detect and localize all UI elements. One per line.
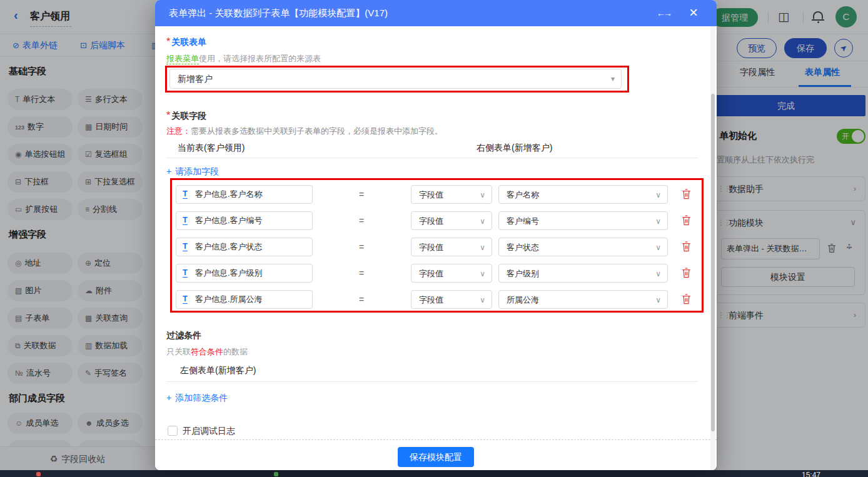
link-form-label: *关联表单 (166, 36, 206, 48)
os-taskbar: 15:47 (0, 470, 868, 477)
dialog-footer: 保存模块配置 (155, 439, 717, 470)
dialog-header[interactable]: 表单弹出 - 关联数据到子表单【功能模块配置】(V17) ←→ × (155, 0, 717, 26)
save-module-config-button[interactable]: 保存模块配置 (398, 447, 474, 467)
debug-log-label: 开启调试日志 (183, 426, 235, 437)
right-form-header: 右侧表单(新增客户) (477, 143, 552, 154)
add-field-link[interactable]: +请添加字段 (166, 166, 219, 178)
dialog-title: 表单弹出 - 关联数据到子表单【功能模块配置】(V17) (169, 0, 388, 26)
divider (166, 158, 698, 158)
annotation-box-field-mappings (170, 178, 704, 313)
taskbar-app-icon[interactable] (36, 472, 41, 476)
link-fields-label: *关联字段 (166, 110, 206, 122)
filter-help: 只关联符合条件的数据 (166, 346, 248, 358)
link-form-help: 报表菜单使用，请选择报表所配置的来源表 (166, 53, 321, 64)
report-menu-link[interactable]: 报表菜单 (166, 54, 199, 64)
filter-table-header: 左侧表单(新增客户) (180, 365, 256, 376)
taskbar-clock: 15:47 (802, 471, 820, 477)
divider (166, 381, 698, 382)
current-table-header: 当前表(客户领用) (178, 143, 245, 154)
debug-log-checkbox[interactable] (168, 426, 178, 436)
screen: ‹ 客户领用 据管理 ◫ C ⊘表单外链 ⊡后端脚本 ▥ 基础字段 T单行文本 … (0, 0, 868, 477)
scrollbar-thumb[interactable] (711, 94, 715, 431)
filter-label: 过滤条件 (166, 330, 201, 341)
close-icon[interactable]: × (689, 0, 698, 25)
taskbar-app-icon[interactable] (274, 472, 278, 476)
add-filter-link[interactable]: +添加筛选条件 (166, 393, 228, 404)
resize-icon[interactable]: ←→ (657, 0, 670, 26)
annotation-box-form-select (165, 66, 629, 93)
link-fields-notice: 注意：需要从报表多选数据中关联到子表单的字段，必须是报表中添加字段。 (166, 125, 443, 137)
